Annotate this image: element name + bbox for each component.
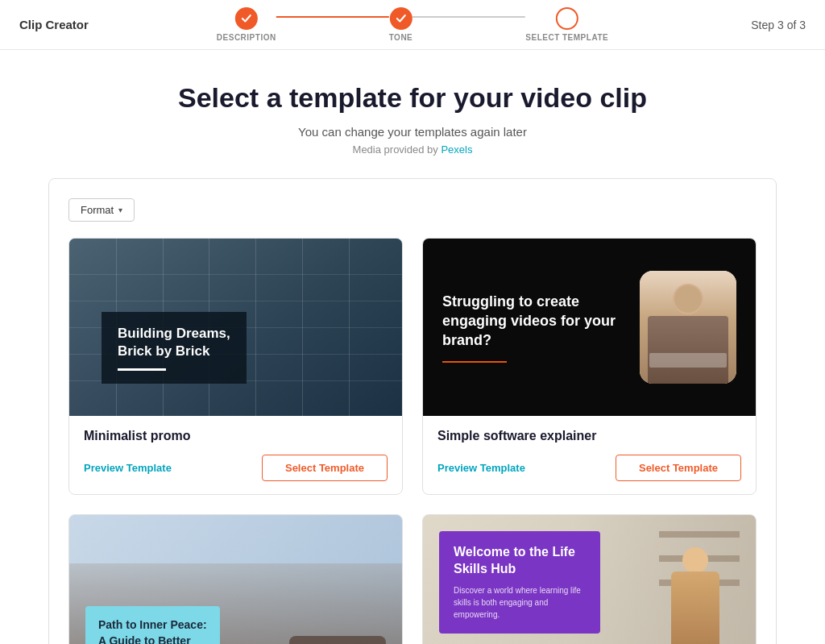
step-3-circle <box>556 7 578 30</box>
software-text-area: Struggling to create engaging videos for… <box>442 292 624 364</box>
person-standing-icon <box>659 547 732 644</box>
step-3-label: SELECT TEMPLATE <box>525 33 608 42</box>
thumb-main-text: Building Dreams,Brick by Brick <box>118 325 230 360</box>
person-head-icon <box>673 284 703 314</box>
couch-icon <box>289 636 386 644</box>
thumb-text-box: Building Dreams,Brick by Brick <box>102 312 247 384</box>
card-actions-minimalist: Preview Template Select Template <box>84 455 388 481</box>
card-title-software: Simple software explainer <box>437 429 741 443</box>
lifeskills-subtext: Discover a world where learning life ski… <box>454 584 586 621</box>
select-button-minimalist[interactable]: Select Template <box>262 455 388 481</box>
step-2-circle <box>389 7 412 30</box>
media-credit: Media provided by Pexels <box>48 143 777 156</box>
mental-text: Path to Inner Peace:A Guide to BetterMen… <box>98 617 207 644</box>
template-thumbnail-software: Struggling to create engaging videos for… <box>423 239 756 416</box>
software-person-image <box>640 271 736 384</box>
template-thumbnail-lifeskills: Welcome to the Life Skills Hub Discover … <box>423 515 756 644</box>
template-thumbnail-mental: Path to Inner Peace:A Guide to BetterMen… <box>69 515 402 644</box>
media-credit-prefix: Media provided by <box>353 143 442 156</box>
template-card-software-explainer: Struggling to create engaging videos for… <box>422 238 757 495</box>
shelf-icon <box>659 531 740 538</box>
mental-text-overlay: Path to Inner Peace:A Guide to BetterMen… <box>85 606 220 644</box>
card-title-minimalist: Minimalist promo <box>84 429 388 443</box>
preview-link-minimalist[interactable]: Preview Template <box>84 462 172 474</box>
laptop-icon <box>649 353 727 368</box>
page-subtext: You can change your templates again late… <box>48 125 777 139</box>
pexels-link[interactable]: Pexels <box>441 143 472 156</box>
top-nav: Clip Creator DESCRIPTION TONE <box>0 0 825 50</box>
page-heading: Select a template for your video clip <box>48 82 777 114</box>
card-info-minimalist: Minimalist promo Preview Template Select… <box>69 416 402 494</box>
app-title: Clip Creator <box>19 18 89 31</box>
select-button-software[interactable]: Select Template <box>616 455 741 481</box>
lifeskills-title: Welcome to the Life Skills Hub <box>454 544 586 578</box>
format-button[interactable]: Format ▾ <box>68 198 135 222</box>
step-line-2 <box>412 16 525 18</box>
step-1-label: DESCRIPTION <box>217 33 276 42</box>
person-body-icon <box>648 316 728 384</box>
step-3: SELECT TEMPLATE <box>525 7 608 42</box>
main-content: Select a template for your video clip Yo… <box>0 50 825 644</box>
software-heading: Struggling to create engaging videos for… <box>442 292 624 351</box>
template-grid: Building Dreams,Brick by Brick Minimalis… <box>68 238 757 644</box>
step-line-1 <box>276 16 389 18</box>
software-underline <box>442 361 507 363</box>
step-counter: Step 3 of 3 <box>751 19 806 31</box>
step-1-circle <box>235 7 258 30</box>
step-2: TONE <box>389 7 413 42</box>
template-card-life-skills: Welcome to the Life Skills Hub Discover … <box>422 514 757 644</box>
step-1: DESCRIPTION <box>217 7 276 42</box>
template-card-minimalist-promo: Building Dreams,Brick by Brick Minimalis… <box>68 238 403 495</box>
card-actions-software: Preview Template Select Template <box>437 455 741 481</box>
template-container: Format ▾ <box>48 178 777 644</box>
thumb-underline <box>118 368 166 371</box>
step-2-label: TONE <box>389 33 413 42</box>
template-thumbnail-minimalist: Building Dreams,Brick by Brick <box>69 239 402 416</box>
preview-link-software[interactable]: Preview Template <box>437 462 525 474</box>
template-card-mental-health: Path to Inner Peace:A Guide to BetterMen… <box>68 514 403 644</box>
lifeskills-text-overlay: Welcome to the Life Skills Hub Discover … <box>439 531 600 634</box>
card-info-software: Simple software explainer Preview Templa… <box>423 416 756 494</box>
format-button-label: Format <box>81 204 114 216</box>
chevron-down-icon: ▾ <box>118 206 122 214</box>
stepper: DESCRIPTION TONE SELECT TEMPLATE <box>217 7 608 42</box>
